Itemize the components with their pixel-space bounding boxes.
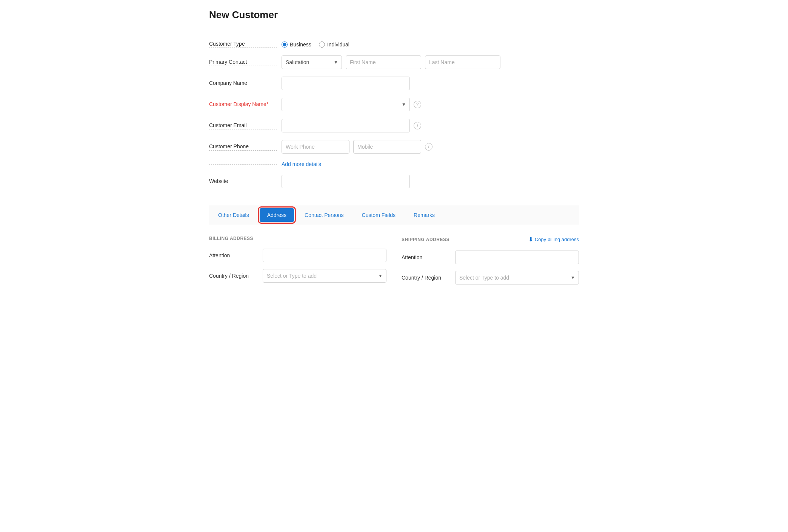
tab-custom-fields[interactable]: Custom Fields: [353, 206, 405, 224]
display-name-select[interactable]: [282, 98, 410, 111]
customer-email-controls: i: [282, 119, 579, 132]
shipping-attention-label: Attention: [402, 254, 451, 260]
primary-contact-row: Primary Contact Salutation Mr. Mrs. Ms. …: [209, 55, 579, 69]
tab-contact-persons[interactable]: Contact Persons: [296, 206, 353, 224]
display-name-row: Customer Display Name* ▼ ?: [209, 98, 579, 111]
customer-email-input[interactable]: [282, 119, 410, 132]
shipping-address-col: SHIPPING ADDRESS ⬇ Copy billing address …: [402, 236, 579, 291]
mobile-input[interactable]: [353, 140, 421, 154]
customer-type-label: Customer Type: [209, 41, 277, 48]
salutation-select-wrap: Salutation Mr. Mrs. Ms. Dr. Prof. ▼: [282, 55, 342, 69]
company-name-input[interactable]: [282, 77, 410, 90]
add-more-details-spacer: [209, 164, 277, 165]
website-input[interactable]: [282, 175, 410, 188]
tabs-section: Other Details Address Contact Persons Cu…: [209, 205, 579, 225]
email-info-icon[interactable]: i: [414, 122, 421, 129]
radio-individual-label[interactable]: Individual: [319, 42, 349, 48]
radio-business[interactable]: [282, 42, 288, 48]
shipping-country-select[interactable]: Select or Type to add: [455, 271, 579, 284]
tabs-nav: Other Details Address Contact Persons Cu…: [209, 205, 579, 225]
address-grid: BILLING ADDRESS Attention Country / Regi…: [209, 236, 579, 291]
radio-business-text: Business: [290, 42, 311, 48]
customer-email-row: Customer Email i: [209, 119, 579, 132]
phone-info-icon[interactable]: i: [425, 143, 432, 151]
billing-address-title: BILLING ADDRESS: [209, 236, 253, 241]
work-phone-input[interactable]: [282, 140, 349, 154]
page-container: New Customer Customer Type Business Indi…: [197, 0, 591, 311]
shipping-address-title: SHIPPING ADDRESS: [402, 237, 449, 242]
page-title: New Customer: [209, 9, 579, 21]
copy-billing-text: Copy billing address: [535, 237, 579, 242]
display-name-controls: ▼ ?: [282, 98, 579, 111]
radio-individual-text: Individual: [327, 42, 349, 48]
website-row: Website: [209, 175, 579, 188]
copy-billing-arrow-icon: ⬇: [528, 236, 533, 243]
billing-country-row: Country / Region Select or Type to add ▼: [209, 269, 386, 283]
add-more-details-link[interactable]: Add more details: [282, 161, 321, 167]
address-section: BILLING ADDRESS Attention Country / Regi…: [209, 225, 579, 302]
shipping-country-row: Country / Region Select or Type to add ▼: [402, 271, 579, 284]
shipping-country-select-wrap: Select or Type to add ▼: [455, 271, 579, 284]
customer-type-controls: Business Individual: [282, 42, 579, 48]
display-name-select-wrap: ▼: [282, 98, 410, 111]
customer-email-label: Customer Email: [209, 122, 277, 129]
last-name-input[interactable]: [425, 55, 500, 69]
shipping-address-header: SHIPPING ADDRESS ⬇ Copy billing address: [402, 236, 579, 243]
display-name-question-icon[interactable]: ?: [414, 101, 421, 108]
shipping-attention-row: Attention: [402, 251, 579, 264]
billing-attention-row: Attention: [209, 249, 386, 262]
tab-other-details[interactable]: Other Details: [209, 206, 258, 224]
customer-phone-row: Customer Phone i: [209, 140, 579, 154]
billing-address-header: BILLING ADDRESS: [209, 236, 386, 241]
first-name-input[interactable]: [346, 55, 421, 69]
website-label: Website: [209, 178, 277, 185]
billing-attention-input[interactable]: [263, 249, 386, 262]
billing-attention-label: Attention: [209, 252, 258, 258]
radio-business-label[interactable]: Business: [282, 42, 311, 48]
primary-contact-controls: Salutation Mr. Mrs. Ms. Dr. Prof. ▼: [282, 55, 579, 69]
shipping-country-label: Country / Region: [402, 275, 451, 281]
shipping-attention-input[interactable]: [455, 251, 579, 264]
salutation-select[interactable]: Salutation Mr. Mrs. Ms. Dr. Prof.: [282, 55, 342, 69]
divider: [209, 30, 579, 30]
customer-type-row: Customer Type Business Individual: [209, 41, 579, 48]
company-name-controls: [282, 77, 579, 90]
company-name-label: Company Name: [209, 80, 277, 87]
copy-billing-link[interactable]: ⬇ Copy billing address: [528, 236, 579, 243]
add-more-details-row: Add more details: [209, 161, 579, 167]
billing-country-select-wrap: Select or Type to add ▼: [263, 269, 386, 283]
website-controls: [282, 175, 579, 188]
primary-contact-label: Primary Contact: [209, 59, 277, 66]
billing-country-label: Country / Region: [209, 273, 258, 279]
form-section: Customer Type Business Individual Primar…: [209, 41, 579, 205]
tab-remarks[interactable]: Remarks: [405, 206, 444, 224]
tab-address[interactable]: Address: [260, 208, 294, 222]
customer-phone-controls: i: [282, 140, 579, 154]
customer-phone-label: Customer Phone: [209, 143, 277, 151]
radio-individual[interactable]: [319, 42, 325, 48]
display-name-label: Customer Display Name*: [209, 101, 277, 108]
billing-address-col: BILLING ADDRESS Attention Country / Regi…: [209, 236, 386, 291]
billing-country-select[interactable]: Select or Type to add: [263, 269, 386, 283]
company-name-row: Company Name: [209, 77, 579, 90]
